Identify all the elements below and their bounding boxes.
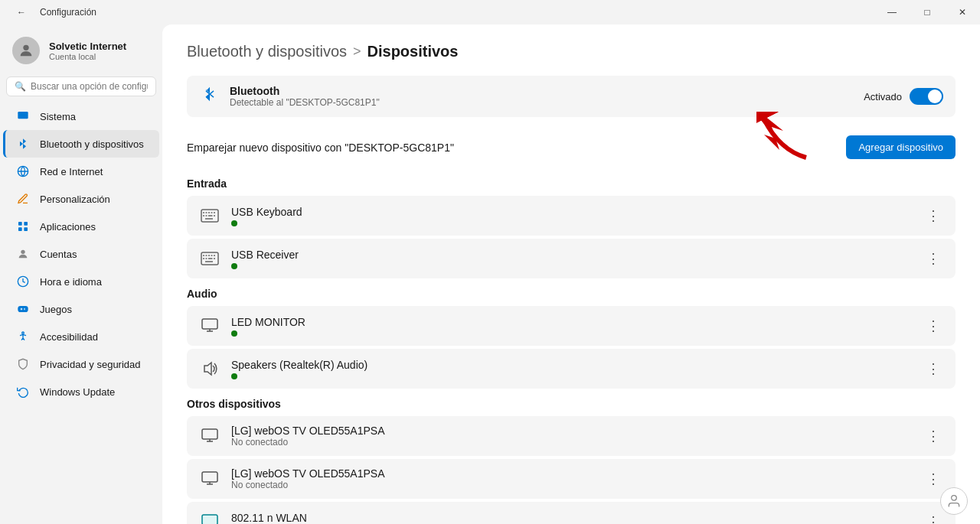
svg-rect-4 [24, 222, 28, 226]
svg-rect-9 [18, 306, 28, 312]
device-options-monitor[interactable]: ⋮ [922, 314, 945, 337]
sidebar-item-accesibilidad[interactable]: Accesibilidad [3, 323, 159, 350]
aplicaciones-icon [15, 219, 31, 234]
section-heading-entrada: Entrada [187, 177, 956, 190]
sidebar-item-aplicaciones[interactable]: Aplicaciones [3, 213, 159, 240]
svg-rect-1 [18, 112, 28, 119]
bluetooth-card-icon [199, 86, 220, 107]
device-status-speakers [231, 373, 237, 379]
device-usb-keyboard: USB Keyboard ⋮ [187, 196, 956, 236]
device-led-monitor: LED MONITOR ⋮ [187, 306, 956, 346]
svg-rect-21 [208, 215, 213, 216]
sidebar-item-sistema[interactable]: Sistema [3, 103, 159, 130]
sidebar-item-label-sistema: Sistema [40, 111, 76, 122]
sidebar: Solvetic Internet Cuenta local 🔍 Sistema [0, 24, 162, 524]
bluetooth-status-label: Activado [864, 91, 902, 103]
window-controls: — □ ✕ [874, 0, 980, 24]
device-info-keyboard: USB Keyboard [231, 206, 913, 226]
device-info-wlan: 802.11 n WLAN [231, 512, 913, 525]
bluetooth-toggle[interactable] [910, 88, 943, 105]
cortana-button[interactable] [940, 487, 968, 515]
device-options-keyboard[interactable]: ⋮ [922, 204, 945, 227]
device-usb-receiver: USB Receiver ⋮ [187, 239, 956, 278]
svg-rect-38 [202, 472, 217, 482]
breadcrumb-separator: > [353, 44, 361, 60]
accesibilidad-icon [15, 329, 31, 344]
svg-rect-27 [208, 255, 210, 256]
svg-rect-3 [18, 222, 22, 226]
svg-rect-14 [203, 212, 204, 213]
monitor-icon [198, 314, 222, 338]
svg-rect-32 [208, 258, 213, 259]
svg-rect-22 [214, 215, 215, 216]
sidebar-item-privacidad[interactable]: Privacidad y seguridad [3, 350, 159, 378]
sidebar-item-label-cuentas: Cuentas [40, 249, 77, 260]
device-info-receiver: USB Receiver [231, 249, 913, 269]
svg-rect-34 [205, 261, 213, 262]
sidebar-item-hora[interactable]: Hora e idioma [3, 268, 159, 295]
svg-rect-17 [211, 212, 213, 213]
device-name-lg2: [LG] webOS TV OLED55A1PSA [231, 467, 913, 480]
svg-point-10 [22, 332, 24, 334]
sidebar-item-cuentas[interactable]: Cuentas [3, 240, 159, 268]
device-wlan: 802.11 n WLAN ⋮ [187, 502, 956, 524]
device-info-speakers: Speakers (Realtek(R) Audio) [231, 359, 913, 379]
svg-rect-39 [202, 515, 217, 524]
breadcrumb-current: Dispositivos [368, 43, 459, 60]
cuentas-icon [15, 246, 31, 262]
device-name-monitor: LED MONITOR [231, 316, 913, 328]
user-profile[interactable]: Solvetic Internet Cuenta local [0, 31, 162, 76]
device-status-monitor [231, 330, 237, 337]
device-info-lg2: [LG] webOS TV OLED55A1PSA No conectado [231, 467, 913, 490]
svg-rect-25 [203, 255, 204, 256]
svg-rect-6 [24, 227, 28, 231]
search-box[interactable]: 🔍 [6, 76, 156, 96]
avatar [12, 37, 40, 64]
back-button[interactable]: ← [9, 0, 34, 24]
sidebar-item-juegos[interactable]: Juegos [3, 295, 159, 323]
sidebar-item-label-hora: Hora e idioma [40, 276, 102, 288]
minimize-button[interactable]: — [874, 0, 910, 24]
add-device-button[interactable]: Agregar dispositivo [846, 135, 956, 159]
svg-rect-5 [18, 227, 22, 231]
close-button[interactable]: ✕ [945, 0, 980, 24]
svg-point-7 [21, 250, 24, 254]
personalizacion-icon [15, 191, 31, 207]
svg-rect-15 [206, 212, 207, 213]
svg-rect-37 [202, 429, 217, 439]
device-name-receiver: USB Receiver [231, 249, 913, 261]
sidebar-item-bluetooth[interactable]: Bluetooth y dispositivos [3, 130, 159, 158]
svg-rect-20 [206, 215, 207, 216]
search-input[interactable] [31, 81, 148, 92]
maximize-button[interactable]: □ [910, 0, 945, 24]
svg-rect-26 [206, 255, 207, 256]
sidebar-item-label-red: Red e Internet [40, 166, 103, 177]
svg-rect-29 [214, 255, 215, 256]
red-icon [15, 164, 31, 179]
sidebar-item-update[interactable]: Windows Update [3, 378, 159, 405]
breadcrumb-parent: Bluetooth y dispositivos [187, 43, 347, 60]
device-info-lg1: [LG] webOS TV OLED55A1PSA No conectado [231, 425, 913, 448]
tv2-icon [198, 467, 222, 491]
device-lg-tv-1: [LG] webOS TV OLED55A1PSA No conectado ⋮ [187, 416, 956, 456]
svg-rect-30 [203, 258, 204, 259]
hora-icon [15, 274, 31, 289]
sidebar-item-red[interactable]: Red e Internet [3, 158, 159, 185]
svg-rect-19 [203, 215, 204, 216]
bluetooth-icon [15, 136, 31, 151]
sidebar-item-personalizacion[interactable]: Personalización [3, 185, 159, 213]
pair-label: Emparejar nuevo dispositivo con "DESKTOP… [187, 142, 454, 154]
svg-rect-35 [202, 319, 217, 329]
device-name-lg1: [LG] webOS TV OLED55A1PSA [231, 425, 913, 437]
device-options-lg1[interactable]: ⋮ [922, 425, 945, 448]
privacidad-icon [15, 356, 31, 372]
svg-point-40 [952, 496, 957, 501]
user-name: Solvetic Internet [49, 41, 126, 52]
sidebar-item-label-aplicaciones: Aplicaciones [40, 221, 96, 233]
bluetooth-status: Activado [864, 88, 943, 105]
device-options-receiver[interactable]: ⋮ [922, 247, 945, 270]
user-info: Solvetic Internet Cuenta local [49, 41, 126, 61]
search-icon: 🔍 [15, 81, 26, 92]
device-options-speakers[interactable]: ⋮ [922, 357, 945, 380]
speakers-icon [198, 356, 222, 381]
